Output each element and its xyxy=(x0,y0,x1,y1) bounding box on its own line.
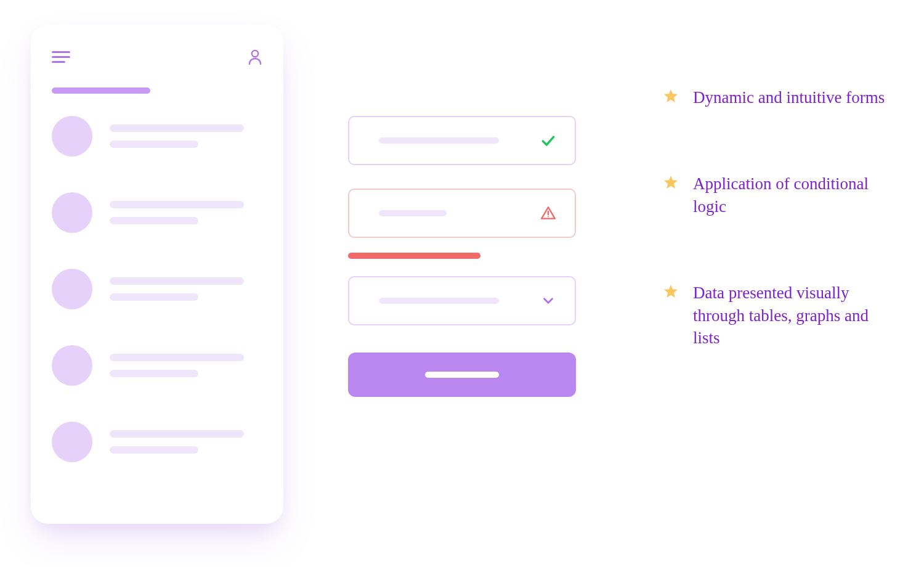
svg-point-0 xyxy=(252,51,258,57)
avatar xyxy=(52,269,92,309)
error-message-placeholder xyxy=(348,253,480,259)
feature-bullet: Data presented visually through tables, … xyxy=(662,282,896,349)
mockup-list xyxy=(52,116,262,462)
feature-text: Application of conditional logic xyxy=(693,173,896,218)
form-mockup xyxy=(348,116,576,397)
input-placeholder xyxy=(379,210,447,216)
submit-label-placeholder xyxy=(425,372,499,378)
svg-point-2 xyxy=(548,216,549,218)
input-placeholder xyxy=(379,137,499,144)
avatar xyxy=(52,116,92,157)
warning-icon xyxy=(540,205,556,221)
check-icon xyxy=(540,133,556,149)
list-item xyxy=(52,269,262,309)
mockup-title-placeholder xyxy=(52,88,150,94)
list-item xyxy=(52,192,262,233)
valid-field[interactable] xyxy=(348,116,576,165)
avatar xyxy=(52,192,92,233)
mockup-header xyxy=(52,49,262,64)
feature-bullet: Application of conditional logic xyxy=(662,173,896,218)
feature-bullets: Dynamic and intuitive forms Application … xyxy=(662,86,896,349)
avatar xyxy=(52,345,92,386)
select-field[interactable] xyxy=(348,276,576,325)
feature-text: Dynamic and intuitive forms xyxy=(693,86,885,108)
error-field[interactable] xyxy=(348,189,576,238)
star-icon xyxy=(662,174,679,191)
list-item xyxy=(52,345,262,386)
list-screen-mockup xyxy=(31,25,283,524)
star-icon xyxy=(662,283,679,300)
feature-bullet: Dynamic and intuitive forms xyxy=(662,86,896,108)
list-item xyxy=(52,116,262,157)
user-icon[interactable] xyxy=(248,49,262,65)
feature-text: Data presented visually through tables, … xyxy=(693,282,896,349)
star-icon xyxy=(662,88,679,105)
list-item xyxy=(52,422,262,462)
hamburger-icon[interactable] xyxy=(52,51,70,63)
chevron-down-icon xyxy=(540,293,556,309)
submit-button[interactable] xyxy=(348,353,576,397)
input-placeholder xyxy=(379,298,499,304)
avatar xyxy=(52,422,92,462)
